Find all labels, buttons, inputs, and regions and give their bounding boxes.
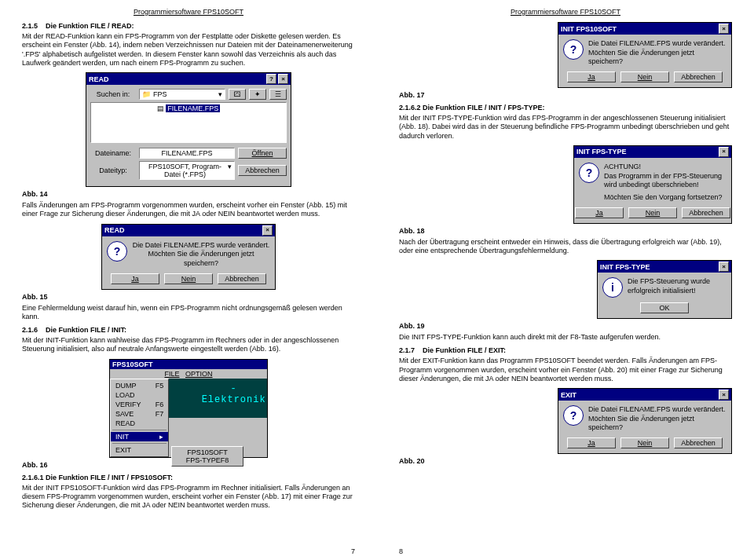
body-abb-19: Die INIT FPS-TYPE-Funktion kann auch dir… — [399, 333, 732, 342]
menu-file-dropdown: DUMPF5 LOAD VERIFYF6 SAVEF7 READ INIT▸ E… — [110, 379, 169, 457]
menubar: FILE OPTION — [110, 369, 267, 379]
question-icon: ? — [579, 163, 599, 183]
dialog-title: READ — [89, 75, 109, 83]
cancel-button[interactable]: Abbrechen — [218, 273, 266, 284]
app-window-fps10soft: FPS10SOFT FILE OPTION DUMPF5 LOAD VERIFY… — [109, 359, 268, 458]
dialog-init-success: INIT FPS-TYPE × i Die FPS-Steuerung wurd… — [597, 260, 732, 319]
dialog-line: Das Programm in der FPS-Steuerung wird u… — [604, 172, 727, 190]
dialog-title: INIT FPS-TYPE — [576, 148, 627, 156]
section-number: 2.1.5 — [22, 22, 38, 30]
search-in-select[interactable]: 📁 FPS ▾ — [139, 89, 225, 100]
dialog-line: Die Datei FILENAME.FPS wurde verändert. — [588, 405, 727, 415]
dialog-line: Möchten Sie die Änderungen jetzt speiche… — [588, 415, 727, 433]
chevron-down-icon: ▾ — [218, 90, 222, 98]
filename-input[interactable]: FILENAME.FPS — [139, 148, 235, 159]
body-abb-18: Nach der Übertragung erscheint entweder … — [399, 238, 732, 256]
menu-item-exit[interactable]: EXIT — [111, 445, 168, 455]
section-2-1-6-1-body: Mit der INIT FPS10SOFT-Funktion wird das… — [22, 484, 355, 511]
section-title: Die Funktion FILE / INIT: — [46, 326, 126, 334]
body-abb-14: Falls Änderungen am FPS-Programm vorgeno… — [22, 201, 355, 219]
menu-item-verify[interactable]: VERIFYF6 — [111, 400, 168, 409]
running-header: Programmiersoftware FPS10SOFT — [22, 8, 355, 16]
dialog-title: INIT FPS-TYPE — [600, 263, 650, 271]
chevron-down-icon: ▾ — [228, 163, 232, 178]
dialog-read-confirm: READ × ? Die Datei FILENAME.FPS wurde ve… — [101, 224, 276, 290]
dialog-line: Die Datei FILENAME.FPS wurde verändert. — [132, 241, 270, 251]
page-number: 8 — [399, 547, 403, 555]
submenu-item-fps10soft[interactable]: FPS10SOFT — [172, 448, 243, 456]
no-button[interactable]: Nein — [164, 273, 213, 284]
search-in-value: FPS — [153, 90, 167, 98]
file-icon: ▤ — [157, 104, 164, 112]
yes-button[interactable]: Ja — [567, 437, 616, 448]
caption-abb-19: Abb. 19 — [399, 322, 732, 330]
up-folder-button[interactable]: ⮹ — [229, 89, 246, 100]
section-title: Die Funktion FILE / READ: — [46, 22, 134, 30]
caption-abb-18: Abb. 18 — [399, 227, 732, 235]
close-icon[interactable]: × — [719, 147, 729, 157]
question-icon: ? — [107, 241, 127, 262]
dialog-read-file: READ ? × Suchen in: 📁 FPS ▾ ⮹ — [86, 72, 291, 187]
menu-item-init[interactable]: INIT▸ — [111, 432, 168, 441]
menu-item-read[interactable]: READ — [111, 419, 168, 428]
no-button[interactable]: Nein — [628, 207, 677, 218]
section-2-1-5-body: Mit der READ-Funktion kann ein FPS-Progr… — [22, 32, 355, 68]
section-2-1-6-1-heading: 2.1.6.1 Die Funktion FILE / INIT / FPS10… — [22, 474, 355, 481]
menu-file[interactable]: FILE — [164, 370, 179, 378]
section-2-1-6-body: Mit der INIT-Funktion kann wahlweise das… — [22, 336, 355, 354]
filetype-value: FPS10SOFT, Program-Datei (*.FPS) — [142, 163, 228, 178]
page-8: Programmiersoftware FPS10SOFT INIT FPS10… — [377, 0, 754, 560]
dialog-line: Die Datei FILENAME.FPS wurde verändert. — [588, 39, 727, 49]
close-icon[interactable]: × — [278, 74, 288, 84]
page-number: 7 — [351, 547, 355, 555]
close-icon[interactable]: × — [719, 24, 729, 34]
dialog-init-fps-type: INIT FPS-TYPE × ? ACHTUNG! Das Programm … — [573, 145, 732, 224]
caption-abb-14: Abb. 14 — [22, 190, 355, 198]
menu-item-save[interactable]: SAVEF7 — [111, 409, 168, 419]
menu-option[interactable]: OPTION — [185, 370, 213, 378]
file-list-item[interactable]: FILENAME.FPS — [166, 104, 220, 112]
yes-button[interactable]: Ja — [111, 273, 159, 284]
new-folder-button[interactable]: ✦ — [249, 89, 266, 100]
filetype-select[interactable]: FPS10SOFT, Program-Datei (*.FPS) ▾ — [139, 161, 235, 180]
body-abb-15: Eine Fehlermeldung weist darauf hin, wen… — [22, 304, 355, 322]
dialog-line: ACHTUNG! — [604, 163, 727, 172]
dialog-line: Möchten Sie den Vorgang fortsetzen? — [604, 193, 727, 203]
cancel-button[interactable]: Abbrechen — [674, 437, 723, 448]
dialog-title: INIT FPS10SOFT — [561, 25, 617, 33]
cancel-button[interactable]: Abbrechen — [682, 207, 730, 218]
running-header: Programmiersoftware FPS10SOFT — [399, 8, 732, 16]
dialog-title: READ — [104, 226, 125, 234]
yes-button[interactable]: Ja — [567, 71, 616, 82]
section-2-1-6-2-body: Mit der INIT FPS-TYPE-Funktion wird das … — [399, 114, 732, 141]
page-7: Programmiersoftware FPS10SOFT 2.1.5 Die … — [0, 0, 377, 560]
close-icon[interactable]: × — [719, 390, 729, 400]
app-title: FPS10SOFT — [112, 361, 153, 368]
question-icon: ? — [563, 39, 584, 60]
menu-item-load[interactable]: LOAD — [111, 390, 168, 400]
yes-button[interactable]: Ja — [575, 207, 624, 218]
menu-item-dump[interactable]: DUMPF5 — [111, 381, 168, 390]
section-2-1-6-2-heading: 2.1.6.2 Die Funktion FILE / INIT / FPS-T… — [399, 104, 732, 112]
submenu-item-fps-type[interactable]: FPS-TYPEF8 — [172, 456, 243, 464]
info-icon: i — [602, 277, 623, 298]
help-icon[interactable]: ? — [266, 74, 276, 84]
dialog-line: Möchten Sie die Änderungen jetzt speiche… — [588, 49, 727, 67]
label-filename: Dateiname: — [90, 149, 136, 157]
open-button[interactable]: Öffnen — [238, 148, 287, 159]
list-view-button[interactable]: ☰ — [269, 89, 287, 100]
section-title: Die Funktion FILE / EXIT: — [423, 346, 506, 354]
no-button[interactable]: Nein — [620, 71, 669, 82]
close-icon[interactable]: × — [719, 262, 729, 272]
close-icon[interactable]: × — [262, 225, 273, 236]
section-number: 2.1.6 — [22, 326, 38, 334]
folder-icon: 📁 — [142, 90, 151, 98]
no-button[interactable]: Nein — [620, 437, 669, 448]
ok-button[interactable]: OK — [640, 302, 689, 313]
caption-abb-17: Abb. 17 — [399, 91, 732, 99]
file-list[interactable]: ▤ FILENAME.FPS — [90, 102, 287, 143]
cancel-button[interactable]: Abbrechen — [674, 71, 723, 82]
label-search-in: Suchen in: — [90, 90, 136, 98]
dialog-exit-confirm: EXIT × ? Die Datei FILENAME.FPS wurde ve… — [558, 388, 732, 454]
cancel-button[interactable]: Abbrechen — [238, 165, 287, 176]
